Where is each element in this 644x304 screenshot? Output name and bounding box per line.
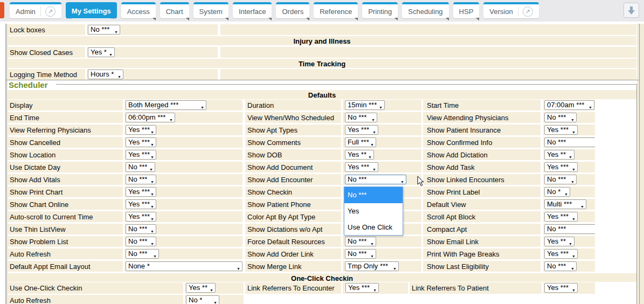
- tab-printing[interactable]: Printing: [362, 2, 398, 18]
- show-add-vitals-select[interactable]: No ***: [126, 175, 156, 184]
- show-location-select[interactable]: Yes ***: [126, 150, 156, 160]
- tab-scheduling[interactable]: Scheduling: [402, 2, 448, 18]
- use-dictate-day-select[interactable]: No ***: [126, 162, 155, 172]
- show-merge-link-select[interactable]: Tmp Only ***: [345, 261, 399, 271]
- show-email-link-select[interactable]: Yes **: [544, 237, 574, 246]
- dropdown-arrow-icon: [571, 265, 574, 272]
- field-label: Auto Refresh: [8, 248, 51, 258]
- dropdown-arrow-icon: [150, 128, 154, 135]
- logging-time-method-select[interactable]: Hours *: [88, 70, 123, 79]
- view-when-who-scheduled-select[interactable]: No ***: [345, 113, 377, 122]
- show-add-document-select[interactable]: Yes ***: [345, 162, 378, 172]
- settings-row: Use Dictate Day No *** Show Add Document…: [8, 162, 636, 172]
- field-label: Use Thin ListView: [8, 224, 66, 233]
- show-chart-online-select[interactable]: Yes ***: [126, 199, 156, 209]
- field-label: Show Location: [8, 149, 56, 159]
- field-label: Show Last Eligibility: [423, 261, 489, 271]
- dropdown-arrow-icon: [150, 240, 154, 247]
- field-label: Show Add Encounter: [245, 174, 313, 184]
- tab-reference[interactable]: Reference: [314, 2, 358, 18]
- field-label: Lock boxes: [8, 24, 45, 34]
- dropdown-arrow-icon: [150, 153, 154, 160]
- dropdown-arrow-icon: [149, 165, 153, 172]
- link-referrers-to-patient-select[interactable]: Yes ***: [544, 283, 578, 293]
- print-with-page-breaks-select[interactable]: Yes ***: [544, 249, 578, 259]
- field-label: Logging Time Method: [8, 69, 77, 79]
- default-view-select[interactable]: Multi ***: [544, 199, 586, 209]
- dropdown-arrow-icon: [571, 116, 574, 123]
- show-last-eligibility-select[interactable]: No ***: [544, 261, 577, 271]
- show-confirmed-info-select[interactable]: No ***: [544, 137, 595, 147]
- dropdown-arrow-icon: [371, 116, 375, 123]
- duration-select[interactable]: 15min ***: [345, 100, 385, 110]
- start-time-select[interactable]: 07:00am ***: [544, 100, 594, 110]
- tab-access[interactable]: Access: [121, 2, 156, 18]
- field-label: Link Referrers To Patient: [410, 282, 489, 292]
- tab-hsp[interactable]: HSP: [453, 2, 480, 18]
- use-one-click-checkin-select[interactable]: Yes **: [186, 283, 216, 293]
- field-label: View Referring Physicians: [8, 125, 91, 134]
- one-click-auto-refresh-select[interactable]: No *: [186, 295, 219, 304]
- tab-version[interactable]: Version: [483, 2, 538, 18]
- field-label: Show Print Label: [423, 186, 480, 196]
- display-select[interactable]: Both Merged ***: [126, 100, 206, 110]
- link-referrers-to-encounter-select[interactable]: Yes ***: [345, 283, 379, 293]
- dropdown-arrow-icon: [564, 190, 568, 197]
- auto-refresh-select[interactable]: No ***: [126, 249, 159, 259]
- show-cancelled-select[interactable]: Yes ***: [126, 137, 156, 147]
- show-closed-cases-select[interactable]: Yes *: [88, 47, 115, 57]
- dropdown-arrow-icon: [572, 128, 576, 135]
- tab-caret-icon: [153, 18, 156, 20]
- scroll-apt-block-select[interactable]: Yes ***: [544, 212, 578, 222]
- view-attending-physicians-select[interactable]: No ***: [544, 113, 577, 122]
- field-label: Show Add Document: [245, 162, 313, 171]
- dropdown-arrow-icon: [150, 178, 154, 185]
- show-add-order-link-select[interactable]: No ***: [345, 249, 376, 259]
- end-time-select[interactable]: 06:00pm ***: [126, 113, 175, 122]
- tab-chart[interactable]: Chart: [160, 2, 189, 18]
- section-header-row: Injury and Illness: [8, 36, 636, 45]
- dropdown-arrow-icon: [114, 28, 118, 35]
- lock-boxes-select[interactable]: No ***: [88, 25, 120, 34]
- show-add-encounter-dropdown-list: No *** Yes Use One Click: [344, 186, 403, 236]
- scroll-down-button[interactable]: [624, 3, 639, 18]
- show-patient-insurance-select[interactable]: Yes ***: [544, 125, 578, 135]
- show-linked-encounters-select[interactable]: No ***: [544, 175, 577, 184]
- dropdown-option[interactable]: Use One Click: [344, 219, 403, 236]
- dropdown-arrow-icon: [393, 265, 397, 272]
- show-print-label-select[interactable]: No *: [544, 187, 570, 197]
- show-apt-types-select[interactable]: Yes ***: [345, 125, 378, 135]
- tab-admin[interactable]: Admin: [10, 2, 61, 18]
- show-print-chart-select[interactable]: Yes ***: [126, 187, 156, 197]
- tab-interface[interactable]: Interface: [233, 2, 272, 18]
- compact-apt-select[interactable]: No ***: [544, 224, 595, 234]
- popout-icon[interactable]: [523, 6, 533, 17]
- field-label: Use One-Click Checkin: [8, 282, 82, 292]
- force-default-resources-select[interactable]: No ***: [345, 237, 376, 246]
- dropdown-arrow-icon: [153, 252, 157, 259]
- popout-icon[interactable]: [45, 6, 56, 17]
- field-label: Show Apt Types: [245, 125, 297, 134]
- use-thin-listview-select[interactable]: No ***: [126, 224, 156, 234]
- tab-my-settings[interactable]: My Settings: [66, 2, 117, 18]
- show-dob-select[interactable]: Yes **: [345, 150, 374, 160]
- tab-edge-strip: [0, 2, 4, 18]
- field-label: Print With Page Breaks: [423, 248, 499, 258]
- dropdown-option[interactable]: Yes: [344, 203, 403, 219]
- field-label: Show Chart Online: [8, 199, 68, 209]
- show-add-task-select[interactable]: Yes ***: [544, 162, 578, 172]
- show-comments-select[interactable]: Full ***: [345, 137, 376, 147]
- default-appt-email-layout-select[interactable]: None *: [126, 261, 243, 271]
- show-add-dictation-select[interactable]: Yes **: [544, 150, 574, 160]
- settings-row: Show Print Chart Yes *** Show Checkin Sh…: [8, 186, 636, 197]
- dropdown-option-selected[interactable]: No ***: [344, 187, 403, 203]
- show-problem-list-select[interactable]: No ***: [126, 237, 156, 246]
- field-label: Show DOB: [245, 149, 282, 159]
- tab-system[interactable]: System: [193, 2, 228, 18]
- auto-scroll-to-current-time-select[interactable]: Yes ***: [126, 212, 156, 222]
- tab-orders[interactable]: Orders: [276, 2, 309, 18]
- settings-row: Logging Time Method Hours *: [8, 69, 636, 80]
- view-referring-physicians-select[interactable]: Yes ***: [126, 125, 156, 135]
- field-label: Auto Refresh: [8, 295, 51, 304]
- show-add-encounter-select[interactable]: No ***: [345, 175, 406, 184]
